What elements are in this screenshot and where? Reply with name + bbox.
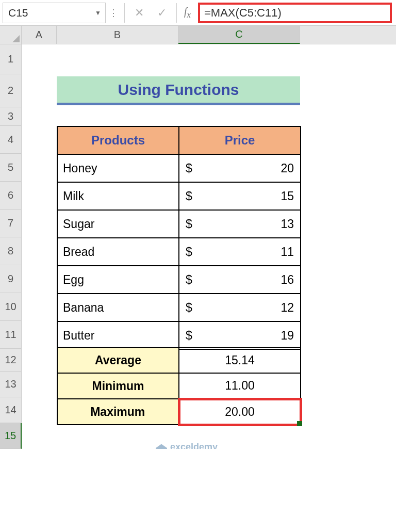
price-value: 13 — [280, 217, 294, 231]
currency-symbol: $ — [186, 217, 192, 231]
divider — [176, 3, 177, 23]
table-row: Maximum 20.00 — [57, 399, 301, 425]
table-row: Banana $12 — [57, 294, 301, 321]
product-cell[interactable]: Banana — [57, 294, 179, 321]
fill-handle[interactable] — [297, 421, 302, 426]
stats-table: Average 15.14 Minimum 11.00 Maximum 20.0… — [57, 347, 302, 426]
product-cell[interactable]: Butter — [57, 321, 179, 349]
price-value: 12 — [280, 301, 294, 315]
stat-value-minimum[interactable]: 11.00 — [179, 373, 301, 399]
currency-symbol: $ — [186, 245, 192, 259]
watermark: exceldemy EXCEL • DATA • BI — [156, 442, 227, 449]
price-cell[interactable]: $12 — [179, 294, 301, 321]
worksheet: 1 2 3 4 5 6 7 8 9 10 11 12 13 14 15 Usin… — [0, 44, 396, 449]
col-header-A[interactable]: A — [22, 26, 57, 44]
price-cell[interactable]: $15 — [179, 182, 301, 210]
product-cell[interactable]: Honey — [57, 154, 179, 182]
formula-input[interactable]: =MAX(C5:C11) — [198, 3, 392, 23]
price-cell[interactable]: $19 — [179, 321, 301, 349]
table-row: Average 15.14 — [57, 347, 301, 373]
product-cell[interactable]: Bread — [57, 238, 179, 266]
currency-symbol: $ — [186, 189, 192, 203]
table-header-row: Products Price — [57, 126, 301, 154]
row-header-10[interactable]: 10 — [0, 293, 22, 321]
page-title[interactable]: Using Functions — [57, 76, 300, 105]
price-value: 19 — [280, 329, 294, 343]
stat-label-minimum[interactable]: Minimum — [57, 373, 179, 399]
name-box-value: C15 — [8, 7, 28, 19]
table-row: Honey $20 — [57, 154, 301, 182]
dots-icon: ⋮ — [106, 7, 121, 19]
row-header-11[interactable]: 11 — [0, 321, 22, 349]
stat-value-average[interactable]: 15.14 — [179, 347, 301, 373]
enter-button[interactable]: ✓ — [151, 3, 173, 23]
watermark-brand: exceldemy — [170, 442, 227, 449]
row-header-12[interactable]: 12 — [0, 349, 22, 372]
row-header-9[interactable]: 9 — [0, 265, 22, 293]
row-header-15[interactable]: 15 — [0, 423, 22, 449]
row-header-4[interactable]: 4 — [0, 126, 22, 154]
header-price[interactable]: Price — [179, 126, 301, 154]
price-value: 11 — [280, 245, 294, 259]
price-value: 16 — [280, 273, 294, 287]
row-header-2[interactable]: 2 — [0, 74, 22, 107]
row-header-5[interactable]: 5 — [0, 154, 22, 182]
cancel-button[interactable]: ✕ — [128, 3, 151, 23]
row-header-6[interactable]: 6 — [0, 182, 22, 209]
chevron-down-icon[interactable]: ▼ — [95, 9, 101, 17]
price-value: 20 — [280, 162, 294, 175]
stat-label-average[interactable]: Average — [57, 347, 179, 373]
row-header-8[interactable]: 8 — [0, 237, 22, 265]
logo-icon — [156, 444, 167, 449]
row-header-7[interactable]: 7 — [0, 209, 22, 237]
watermark-text: exceldemy EXCEL • DATA • BI — [170, 442, 227, 449]
product-cell[interactable]: Egg — [57, 266, 179, 294]
name-box[interactable]: C15 ▼ — [3, 3, 106, 23]
fx-icon[interactable]: fx — [180, 6, 198, 20]
row-header-14[interactable]: 14 — [0, 397, 22, 423]
row-header-1[interactable]: 1 — [0, 44, 22, 74]
price-cell[interactable]: $13 — [179, 210, 301, 238]
currency-symbol: $ — [186, 329, 192, 343]
price-cell[interactable]: $16 — [179, 266, 301, 294]
product-cell[interactable]: Sugar — [57, 210, 179, 238]
select-all-button[interactable] — [0, 26, 22, 44]
stat-value-maximum[interactable]: 20.00 — [179, 399, 301, 425]
formula-bar: C15 ▼ ⋮ ✕ ✓ fx =MAX(C5:C11) — [0, 0, 396, 26]
grid-area[interactable]: Using Functions Products Price Honey $20… — [22, 44, 396, 449]
header-products[interactable]: Products — [57, 126, 179, 154]
currency-symbol: $ — [186, 162, 192, 175]
row-header-13[interactable]: 13 — [0, 372, 22, 397]
row-header-3[interactable]: 3 — [0, 107, 22, 126]
col-header-C[interactable]: C — [178, 26, 300, 44]
formula-text: =MAX(C5:C11) — [204, 6, 282, 20]
table-row: Bread $11 — [57, 238, 301, 266]
currency-symbol: $ — [186, 301, 192, 315]
products-table: Products Price Honey $20 Milk $15 Sugar … — [57, 126, 301, 350]
table-row: Milk $15 — [57, 182, 301, 210]
table-row: Sugar $13 — [57, 210, 301, 238]
table-row: Butter $19 — [57, 321, 301, 349]
stat-label-maximum[interactable]: Maximum — [57, 399, 179, 425]
row-headers: 1 2 3 4 5 6 7 8 9 10 11 12 13 14 15 — [0, 44, 22, 449]
price-value: 15 — [280, 189, 294, 203]
currency-symbol: $ — [186, 273, 192, 287]
table-row: Egg $16 — [57, 266, 301, 294]
maximum-value: 20.00 — [225, 405, 255, 418]
price-cell[interactable]: $20 — [179, 154, 301, 182]
product-cell[interactable]: Milk — [57, 182, 179, 210]
col-header-B[interactable]: B — [57, 26, 178, 44]
divider — [124, 3, 125, 23]
column-headers: A B C — [0, 26, 396, 44]
price-cell[interactable]: $11 — [179, 238, 301, 266]
table-row: Minimum 11.00 — [57, 373, 301, 399]
